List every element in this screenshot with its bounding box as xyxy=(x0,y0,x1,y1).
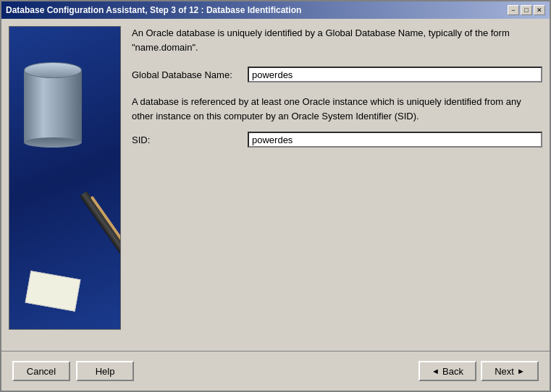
main-area: An Oracle database is uniquely identifie… xyxy=(1,19,550,351)
global-db-name-label: Global Database Name: xyxy=(132,69,240,80)
illustration-panel xyxy=(9,26,121,330)
sid-label: SID: xyxy=(132,135,240,145)
global-db-name-input[interactable] xyxy=(248,67,542,82)
main-window: Database Configuration Assistant, Step 3… xyxy=(0,0,551,392)
help-button[interactable]: Help xyxy=(76,361,134,381)
right-buttons: ◄ Back Next ► xyxy=(418,361,539,381)
sid-row: SID: xyxy=(132,132,542,148)
paper-icon xyxy=(25,270,81,311)
window-title: Database Configuration Assistant, Step 3… xyxy=(6,5,301,15)
cancel-button[interactable]: Cancel xyxy=(12,361,70,381)
description-text-1: An Oracle database is uniquely identifie… xyxy=(132,26,542,54)
pen-icon xyxy=(80,191,121,279)
title-bar-buttons: − □ ✕ xyxy=(508,5,545,15)
minimize-button[interactable]: − xyxy=(508,5,519,15)
sid-input[interactable] xyxy=(248,132,542,148)
next-arrow-icon: ► xyxy=(517,367,525,375)
button-bar: Cancel Help ◄ Back Next ► xyxy=(1,351,550,391)
back-arrow-icon: ◄ xyxy=(432,367,439,375)
title-bar: Database Configuration Assistant, Step 3… xyxy=(1,1,550,19)
left-buttons: Cancel Help xyxy=(12,361,134,381)
maximize-button[interactable]: □ xyxy=(521,5,532,15)
back-button[interactable]: ◄ Back xyxy=(418,361,476,381)
close-button[interactable]: ✕ xyxy=(534,5,545,15)
database-icon xyxy=(24,70,82,142)
right-panel: An Oracle database is uniquely identifie… xyxy=(132,26,542,344)
description-text-2: A database is referenced by at least one… xyxy=(132,95,542,123)
next-label: Next xyxy=(495,366,514,377)
global-db-name-row: Global Database Name: xyxy=(132,67,542,82)
window-content: An Oracle database is uniquely identifie… xyxy=(1,19,550,391)
next-button[interactable]: Next ► xyxy=(481,361,539,381)
back-label: Back xyxy=(442,366,463,377)
db-illustration xyxy=(9,27,120,329)
